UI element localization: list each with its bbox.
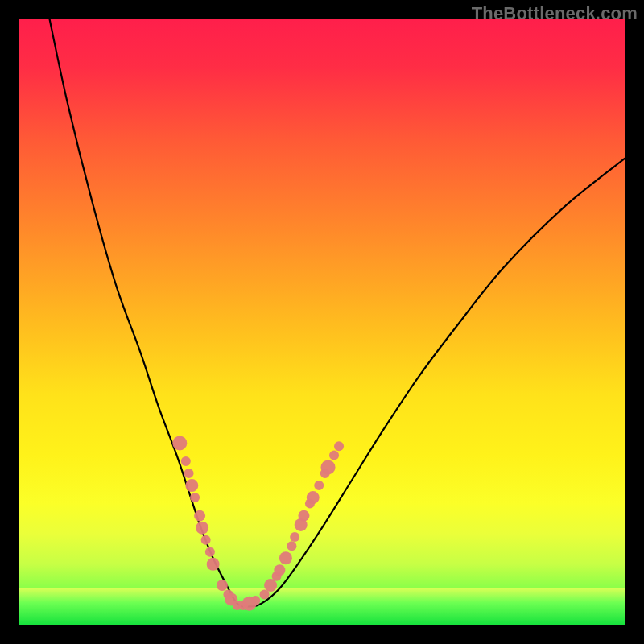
highlight-dot [287,541,296,551]
highlight-dot [250,596,260,605]
highlight-dot [307,491,320,504]
highlight-dot [184,469,194,478]
highlight-dot [190,493,200,502]
green-ideal-band [19,588,625,625]
highlight-dot [290,532,299,542]
highlight-dot [172,436,187,450]
highlight-dot [314,481,324,490]
highlight-dot [279,551,292,564]
highlight-dot [334,441,344,451]
highlight-dot [321,460,336,474]
watermark-text: TheBottleneck.com [472,3,638,24]
highlight-dot [181,456,191,466]
chart-frame [19,19,625,625]
highlight-dot [205,547,215,557]
highlight-dot [194,510,205,522]
highlight-dot [185,479,198,492]
highlight-dot [329,450,339,460]
highlight-dot [201,535,211,545]
highlight-dot [196,522,208,535]
highlight-dot [217,580,228,591]
highlight-dot [298,510,309,522]
bottleneck-chart [19,19,625,625]
highlight-dot [207,558,220,571]
highlight-dot [274,564,285,576]
gradient-background [19,19,625,625]
